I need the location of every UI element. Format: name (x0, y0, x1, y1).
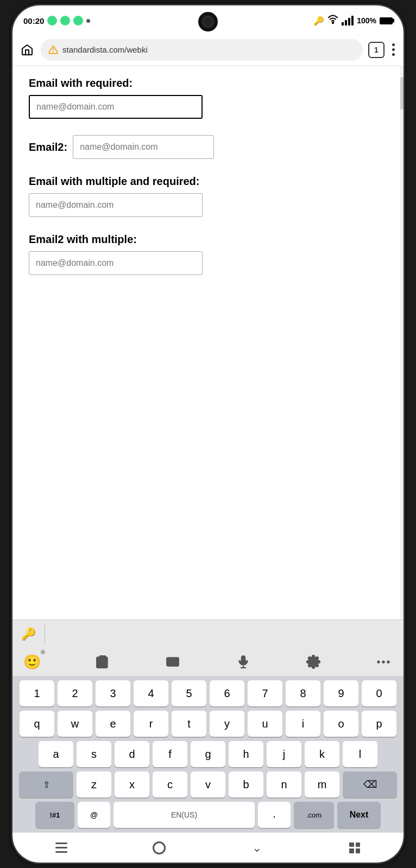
menu-dot-1 (392, 43, 395, 46)
key-u[interactable]: u (248, 711, 282, 737)
more-button[interactable]: ••• (373, 651, 395, 673)
key-period[interactable]: . (258, 802, 291, 828)
key-v[interactable]: v (191, 771, 225, 797)
keyboard-switch-button[interactable] (162, 651, 184, 673)
emoji-dot (41, 650, 45, 654)
emoji-icon: 🙂 (23, 654, 41, 671)
camera-notch (198, 12, 218, 31)
key-q[interactable]: q (20, 711, 54, 737)
emoji-button[interactable]: 🙂 (21, 651, 43, 673)
key-h[interactable]: h (229, 741, 263, 767)
keyboard-row-numbers: 1 2 3 4 5 6 7 8 9 0 (15, 680, 401, 706)
home-button[interactable] (19, 42, 35, 58)
key-j[interactable]: j (267, 741, 301, 767)
url-text: standardista.com/webki (62, 45, 148, 54)
status-right: 🔑 100% (313, 14, 393, 27)
key-r[interactable]: r (134, 711, 168, 737)
email-required-input[interactable] (29, 95, 203, 119)
key-2[interactable]: 2 (58, 680, 92, 706)
status-dot (86, 19, 90, 23)
field1-label: Email with required: (29, 77, 387, 90)
key-1[interactable]: 1 (20, 680, 54, 706)
form-section-4: Email2 with multiple: (29, 233, 387, 275)
tab-count[interactable]: 1 (368, 42, 385, 58)
key-4[interactable]: 4 (134, 680, 168, 706)
key-symbols[interactable]: !#1 (35, 802, 74, 828)
key-t[interactable]: t (172, 711, 206, 737)
nav-keyboard-icon (349, 843, 360, 853)
key-l[interactable]: l (343, 741, 377, 767)
key-g[interactable]: g (191, 741, 225, 767)
key-s[interactable]: s (77, 741, 111, 767)
key-6[interactable]: 6 (210, 680, 244, 706)
field3-label: Email with multiple and required: (29, 175, 387, 188)
key-b[interactable]: b (229, 771, 263, 797)
keyboard-row-zxcv: ⇧ z x c v b n m ⌫ (15, 771, 401, 797)
toolbar-divider (45, 624, 45, 644)
key-icon: 🔑 (21, 627, 36, 641)
nav-home-button[interactable] (143, 837, 175, 859)
key-z[interactable]: z (77, 771, 111, 797)
key-next[interactable]: Next (337, 802, 381, 828)
form-section-3: Email with multiple and required: (29, 175, 387, 217)
key-e[interactable]: e (96, 711, 130, 737)
key-shift[interactable]: ⇧ (19, 771, 73, 797)
android-icon-1 (47, 16, 57, 25)
mic-button[interactable] (232, 651, 254, 673)
scrollbar[interactable] (400, 66, 404, 620)
key-0[interactable]: 0 (362, 680, 396, 706)
key-backspace[interactable]: ⌫ (343, 771, 397, 797)
web-content: Email with required: Email2: Email with … (12, 66, 404, 620)
key-n[interactable]: n (267, 771, 301, 797)
key-c[interactable]: c (153, 771, 187, 797)
nav-back-icon (55, 843, 67, 853)
key-spacebar[interactable]: EN(US) (114, 802, 255, 828)
key-y[interactable]: y (210, 711, 244, 737)
key-p[interactable]: p (362, 711, 396, 737)
key-7[interactable]: 7 (248, 680, 282, 706)
key-8[interactable]: 8 (286, 680, 320, 706)
battery-percent: 100% (357, 16, 376, 25)
email2-multiple-input[interactable] (29, 251, 203, 275)
key-d[interactable]: d (115, 741, 149, 767)
nav-recents-button[interactable]: ⌄ (241, 837, 273, 859)
key-dotcom[interactable]: .com (294, 802, 334, 828)
more-icon: ••• (376, 656, 391, 668)
emoji-toolbar: 🙂 (12, 648, 404, 676)
key-m[interactable]: m (305, 771, 339, 797)
url-bar[interactable]: standardista.com/webki (41, 39, 363, 61)
key-o[interactable]: o (324, 711, 358, 737)
nav-back-button[interactable] (45, 837, 78, 859)
browser-bar: standardista.com/webki 1 (12, 34, 404, 66)
key-k[interactable]: k (305, 741, 339, 767)
menu-button[interactable] (390, 41, 397, 58)
email-multiple-required-input[interactable] (29, 193, 203, 217)
key-9[interactable]: 9 (324, 680, 358, 706)
key-f[interactable]: f (153, 741, 187, 767)
camera-lens (202, 16, 214, 28)
status-left: 00:20 (23, 16, 90, 25)
form-section-2: Email2: (29, 135, 387, 159)
battery-icon (380, 17, 393, 24)
key-5[interactable]: 5 (172, 680, 206, 706)
key-i[interactable]: i (286, 711, 320, 737)
key-w[interactable]: w (58, 711, 92, 737)
key-3[interactable]: 3 (96, 680, 130, 706)
clipboard-button[interactable] (92, 651, 114, 673)
key-x[interactable]: x (115, 771, 149, 797)
nav-bar: ⌄ (12, 832, 404, 863)
svg-point-0 (332, 22, 334, 24)
keyboard-row-qwerty: q w e r t y u i o p (15, 711, 401, 737)
form-section-1: Email with required: (29, 77, 387, 119)
keyboard-row-bottom: !#1 @ EN(US) . .com Next (15, 802, 401, 828)
nav-keyboard-button[interactable] (338, 837, 371, 859)
keyboard-toolbar: 🔑 (12, 620, 404, 648)
settings-button[interactable] (302, 651, 324, 673)
key-at[interactable]: @ (78, 802, 110, 828)
key-a[interactable]: a (39, 741, 73, 767)
nav-home-icon (153, 841, 166, 854)
android-icon-2 (60, 16, 70, 25)
status-time: 00:20 (23, 16, 44, 25)
email2-input[interactable] (73, 135, 214, 159)
field4-label: Email2 with multiple: (29, 233, 387, 246)
